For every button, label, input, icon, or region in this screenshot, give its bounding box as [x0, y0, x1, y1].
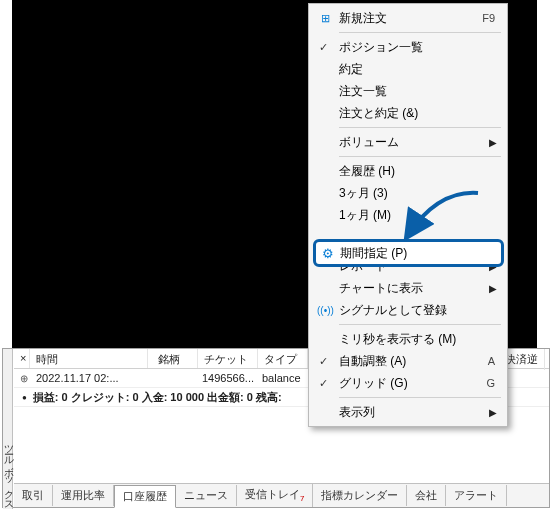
- menu-signal[interactable]: ((•)) シグナルとして登録: [311, 299, 505, 321]
- menu-auto-key: A: [488, 355, 495, 367]
- menu-1month[interactable]: 1ヶ月 (M): [311, 204, 505, 226]
- menu-1month-label: 1ヶ月 (M): [339, 207, 391, 224]
- menu-chart-show[interactable]: チャートに表示▶: [311, 277, 505, 299]
- menu-fills-label: 約定: [339, 61, 363, 78]
- bullet-icon: ●: [22, 393, 27, 402]
- menu-grid-label: グリッド (G): [339, 375, 408, 392]
- menu-signal-label: シグナルとして登録: [339, 302, 447, 319]
- tab-news[interactable]: ニュース: [176, 485, 237, 506]
- menu-period-highlighted[interactable]: ⚙ 期間指定 (P): [315, 242, 501, 264]
- signal-icon: ((•)): [317, 305, 333, 316]
- context-menu: ⊞ 新規注文 F9 ポジション一覧 約定 注文一覧 注文と約定 (&) ボリュー…: [308, 3, 508, 427]
- menu-new-order[interactable]: ⊞ 新規注文 F9: [311, 7, 505, 29]
- summary-text: 損益: 0 クレジット: 0 入金: 10 000 出金額: 0 残高:: [33, 390, 282, 405]
- close-panel-button[interactable]: ×: [14, 349, 30, 368]
- menu-ms[interactable]: ミリ秒を表示する (M): [311, 328, 505, 350]
- separator: [339, 397, 501, 398]
- submenu-arrow-icon: ▶: [489, 407, 497, 418]
- menu-auto-label: 自動調整 (A): [339, 353, 406, 370]
- col-ticket[interactable]: チケット: [198, 349, 258, 368]
- col-symbol[interactable]: 銘柄: [148, 349, 198, 368]
- tab-calendar[interactable]: 指標カレンダー: [313, 485, 407, 506]
- separator: [339, 156, 501, 157]
- new-order-icon: ⊞: [317, 12, 333, 25]
- menu-volume[interactable]: ボリューム▶: [311, 131, 505, 153]
- menu-auto[interactable]: 自動調整 (A)A: [311, 350, 505, 372]
- separator: [339, 324, 501, 325]
- menu-new-order-label: 新規注文: [339, 10, 387, 27]
- toolbox-label: ツールボックス: [1, 438, 15, 505]
- menu-fills[interactable]: 約定: [311, 58, 505, 80]
- menu-orders-fills[interactable]: 注文と約定 (&): [311, 102, 505, 124]
- menu-positions[interactable]: ポジション一覧: [311, 36, 505, 58]
- tab-mailbox-label: 受信トレイ: [245, 488, 300, 500]
- menu-columns-label: 表示列: [339, 404, 375, 421]
- cell-type: balance: [256, 372, 307, 384]
- separator: [339, 32, 501, 33]
- tab-company[interactable]: 会社: [407, 485, 446, 506]
- menu-all-history-label: 全履歴 (H): [339, 163, 395, 180]
- bottom-tabs: 取引 運用比率 口座履歴 ニュース 受信トレイ7 指標カレンダー 会社 アラート: [14, 483, 549, 507]
- menu-columns[interactable]: 表示列▶: [311, 401, 505, 423]
- col-type[interactable]: タイプ: [258, 349, 308, 368]
- menu-positions-label: ポジション一覧: [339, 39, 423, 56]
- menu-3months[interactable]: 3ヶ月 (3): [311, 182, 505, 204]
- tab-history[interactable]: 口座履歴: [114, 485, 176, 508]
- mailbox-badge: 7: [300, 495, 304, 504]
- menu-volume-label: ボリューム: [339, 134, 399, 151]
- tab-mailbox[interactable]: 受信トレイ7: [237, 484, 313, 506]
- menu-orders[interactable]: 注文一覧: [311, 80, 505, 102]
- menu-orders-label: 注文一覧: [339, 83, 387, 100]
- menu-grid-key: G: [486, 377, 495, 389]
- tab-alerts[interactable]: アラート: [446, 485, 507, 506]
- col-time[interactable]: 時間: [30, 349, 148, 368]
- gear-icon: ⚙: [322, 246, 334, 261]
- submenu-arrow-icon: ▶: [489, 283, 497, 294]
- cell-time: 2022.11.17 02:...: [30, 372, 146, 384]
- expand-icon[interactable]: ⊕: [14, 373, 30, 384]
- separator: [339, 127, 501, 128]
- menu-all-history[interactable]: 全履歴 (H): [311, 160, 505, 182]
- menu-new-order-key: F9: [482, 12, 495, 24]
- tab-trade[interactable]: 取引: [14, 485, 53, 506]
- menu-period-label: 期間指定 (P): [340, 245, 407, 262]
- cell-ticket: 1496566...: [196, 372, 256, 384]
- tab-exposure[interactable]: 運用比率: [53, 485, 114, 506]
- menu-grid[interactable]: グリッド (G)G: [311, 372, 505, 394]
- menu-ms-label: ミリ秒を表示する (M): [339, 331, 456, 348]
- menu-orders-fills-label: 注文と約定 (&): [339, 105, 418, 122]
- submenu-arrow-icon: ▶: [489, 137, 497, 148]
- menu-chart-show-label: チャートに表示: [339, 280, 423, 297]
- vertical-tab[interactable]: ツールボックス: [3, 349, 13, 509]
- menu-3months-label: 3ヶ月 (3): [339, 185, 388, 202]
